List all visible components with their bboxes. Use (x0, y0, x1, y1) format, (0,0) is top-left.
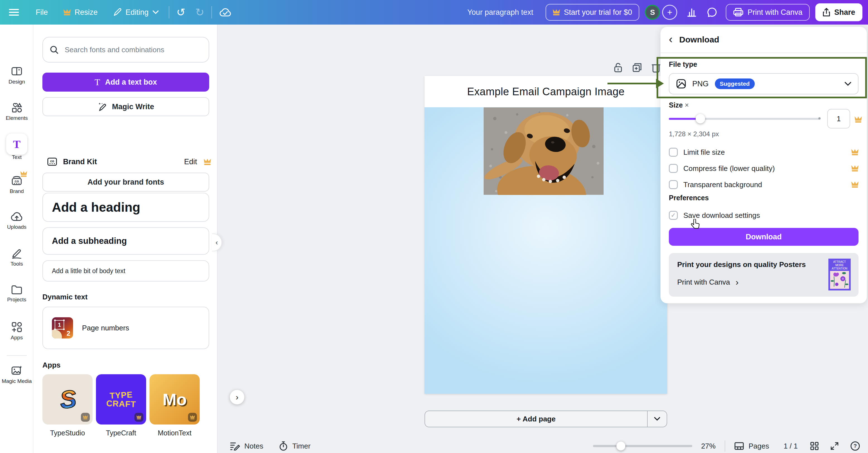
sidebar-divider (7, 355, 27, 356)
add-page-control: + Add page (425, 410, 667, 427)
notes-button[interactable]: Notes (230, 442, 263, 451)
checkbox-unchecked[interactable] (669, 164, 678, 173)
add-page-button[interactable]: + Add page (425, 411, 648, 427)
trial-button[interactable]: Start your trial for $0 (546, 4, 640, 21)
design-heading-text[interactable]: Example Email Campaign Image (467, 86, 625, 98)
grid-view-button[interactable] (810, 442, 819, 451)
share-button[interactable]: Share (815, 3, 862, 21)
checkbox-unchecked[interactable] (669, 148, 678, 157)
add-brand-fonts-button[interactable]: Add your brand fonts (42, 173, 209, 192)
svg-text:co: co (50, 159, 54, 163)
uploads-icon (10, 211, 23, 222)
file-type-dropdown[interactable]: PNG Suggested (669, 73, 859, 94)
pro-badge (188, 413, 197, 422)
print-with-canva-button[interactable]: Print with Canva (726, 4, 810, 21)
design-title[interactable]: Your paragraph text (467, 8, 533, 17)
size-slider-handle[interactable] (695, 114, 705, 123)
add-heading-card[interactable]: Add a heading (42, 193, 209, 222)
chevron-right-icon: › (236, 392, 239, 402)
app-motiontext[interactable]: Mo (150, 374, 200, 425)
edit-label: Edit (184, 158, 197, 166)
brand-kit-label: Brand Kit (63, 158, 97, 166)
sidebar-item-elements[interactable]: Elements (0, 102, 33, 128)
checkbox-checked[interactable]: ✓ (669, 211, 678, 220)
lock-button[interactable] (612, 61, 624, 74)
sidebar-item-projects[interactable]: Projects (0, 284, 33, 310)
main-menu-button[interactable] (0, 0, 28, 25)
notes-icon (230, 442, 240, 451)
magic-write-button[interactable]: Magic Write (42, 97, 209, 116)
size-slider[interactable] (669, 118, 819, 120)
share-label: Share (834, 8, 855, 17)
pages-button[interactable]: Pages (734, 442, 769, 451)
sidebar-item-brand[interactable]: co Brand (0, 175, 33, 200)
add-subheading-card[interactable]: Add a subheading (42, 227, 209, 255)
print-promo-card[interactable]: Print your designs on quality Posters Pr… (669, 253, 859, 296)
app-typestudio[interactable]: S (42, 374, 93, 425)
apps-scroll-next-button[interactable]: › (230, 390, 244, 404)
apps-icon (11, 321, 23, 333)
divider (725, 441, 725, 452)
size-multiplier-input[interactable] (827, 109, 850, 129)
sidebar-label: Projects (7, 296, 27, 303)
editing-mode-dropdown[interactable]: Editing (105, 0, 166, 25)
add-body-text-card[interactable]: Add a little bit of body text (42, 260, 209, 282)
page-numbers-label: Page numbers (82, 324, 129, 332)
page-background (425, 107, 667, 394)
resize-button[interactable]: Resize (56, 0, 106, 25)
chart-icon (687, 7, 697, 17)
zoom-slider[interactable] (593, 445, 692, 447)
avatar[interactable]: S (645, 5, 660, 20)
pencil-icon (113, 8, 122, 17)
download-button[interactable]: Download (669, 228, 859, 246)
sidebar-item-magic-media[interactable]: Magic Media (0, 365, 33, 391)
redo-button[interactable]: ↻ (190, 7, 209, 18)
limit-file-size-option[interactable]: Limit file size (669, 147, 859, 157)
sidebar-item-uploads[interactable]: Uploads (0, 211, 33, 237)
help-button[interactable]: ? (850, 441, 860, 451)
file-menu[interactable]: File (28, 0, 56, 25)
comments-button[interactable] (702, 7, 722, 17)
compress-file-option[interactable]: Compress file (lower quality) (669, 164, 859, 173)
sidebar-label: Brand (10, 188, 24, 194)
undo-button[interactable]: ↺ (172, 7, 190, 18)
zoom-level[interactable]: 27% (701, 442, 716, 451)
sidebar-item-text[interactable]: T Text (0, 139, 33, 164)
crown-icon (204, 159, 211, 165)
option-label: Limit file size (683, 148, 725, 157)
dog-photo[interactable] (484, 107, 603, 195)
search-input[interactable] (64, 45, 202, 55)
duplicate-icon (632, 62, 642, 73)
transparent-background-option[interactable]: Transparent background (669, 180, 859, 189)
apps-row: S TYPECRAFT Mo (42, 374, 200, 425)
fullscreen-button[interactable] (830, 442, 839, 451)
pixel-dimensions: 1,728 × 2,304 px (669, 130, 719, 138)
timer-button[interactable]: Timer (279, 441, 310, 451)
font-search[interactable] (42, 37, 209, 62)
zoom-slider-handle[interactable] (616, 442, 625, 451)
sidebar-item-tools[interactable]: Tools (0, 248, 33, 274)
save-download-settings-option[interactable]: ✓ Save download settings (669, 210, 859, 220)
insights-button[interactable] (682, 7, 702, 17)
svg-text:MORE: MORE (835, 264, 844, 267)
panel-collapse-button[interactable]: ‹ (212, 233, 222, 251)
timer-icon (279, 441, 288, 451)
add-member-button[interactable]: + (662, 5, 677, 20)
trial-label: Start your trial for $0 (564, 8, 632, 17)
add-page-dropdown[interactable] (648, 411, 666, 427)
brand-kit-edit[interactable]: Edit (184, 158, 211, 166)
checkbox-unchecked[interactable] (669, 180, 678, 189)
print-with-canva-link[interactable]: Print with Canva › (677, 278, 739, 287)
app-typecraft[interactable]: TYPECRAFT (96, 374, 146, 425)
page-numbers-card[interactable]: 1 2 Page numbers (42, 307, 209, 349)
add-text-box-button[interactable]: T Add a text box (42, 73, 209, 92)
sidebar-item-design[interactable]: Design (0, 65, 33, 91)
crown-icon (855, 114, 862, 125)
duplicate-page-button[interactable] (631, 61, 643, 74)
sidebar-item-apps[interactable]: Apps (0, 321, 33, 347)
back-button[interactable]: ‹ (669, 33, 673, 45)
image-file-icon (676, 79, 686, 89)
svg-text:ATTRACT: ATTRACT (833, 260, 846, 263)
design-page[interactable]: Example Email Campaign Image (425, 76, 667, 394)
help-icon: ? (850, 441, 860, 451)
